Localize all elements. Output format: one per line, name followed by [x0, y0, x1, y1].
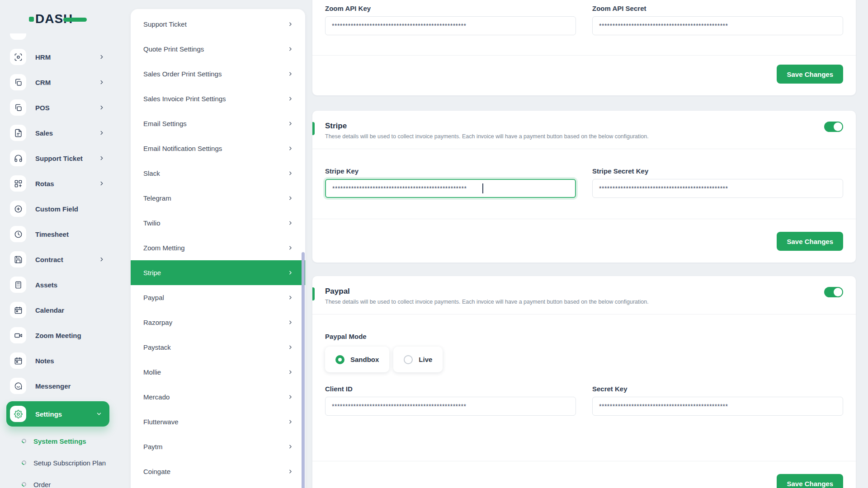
chevron-right-icon — [288, 369, 293, 375]
settings-nav-zoom-meeting[interactable]: Zoom Metting — [131, 235, 305, 260]
settings-nav-support-ticket[interactable]: Support Ticket — [131, 12, 305, 37]
save-changes-button[interactable]: Save Changes — [777, 474, 843, 488]
save-changes-button[interactable]: Save Changes — [777, 232, 843, 251]
sidebar-item-support-ticket[interactable]: Support Ticket — [6, 145, 117, 171]
sidebar-item-sales[interactable]: Sales — [6, 120, 117, 145]
chevron-right-icon — [288, 394, 293, 400]
sidebar-item-timesheet[interactable]: Timesheet — [6, 221, 117, 247]
chevron-right-icon — [288, 121, 293, 127]
chevron-right-icon — [99, 104, 105, 111]
settings-nav-skrill[interactable]: Skrill — [131, 484, 305, 488]
chevron-right-icon — [288, 444, 293, 450]
stripe-secret-key-input[interactable] — [592, 179, 843, 198]
sidebar-item-label: CRM — [35, 79, 51, 86]
sidebar-item-crm[interactable]: CRM — [6, 70, 117, 95]
brand-logo[interactable]: DASH — [29, 9, 117, 29]
sidebar-item-system-settings[interactable]: System Settings — [6, 430, 117, 452]
paypal-mode-live-option[interactable]: Live — [393, 347, 443, 372]
scan-icon — [10, 49, 26, 65]
paypal-secret-key-field: Secret Key — [592, 385, 843, 416]
sidebar-item-hrm[interactable]: HRM — [6, 44, 117, 70]
zoom-api-secret-input[interactable] — [592, 16, 843, 35]
accent-bar — [312, 122, 315, 135]
sidebar-item-pos[interactable]: POS — [6, 95, 117, 120]
main-sidebar: DASH HRM CRM POS — [0, 0, 117, 488]
sidebar-item-messenger[interactable]: Messenger — [6, 373, 117, 399]
plus-circle-icon — [10, 201, 26, 217]
settings-nav-quote-print-settings[interactable]: Quote Print Settings — [131, 37, 305, 61]
field-label: Zoom API Key — [325, 5, 576, 12]
bullet-icon — [21, 460, 27, 466]
sidebar-item-rotas[interactable]: Rotas — [6, 171, 117, 196]
sidebar-item-label: Settings — [35, 410, 62, 418]
save-changes-button[interactable]: Save Changes — [777, 65, 843, 84]
main-content: Zoom API Key Zoom API Secret Save Change… — [312, 0, 856, 488]
calendar-icon — [10, 302, 26, 318]
settings-nav-slack[interactable]: Slack — [131, 161, 305, 186]
calculator-icon — [10, 277, 26, 293]
bullet-icon — [21, 438, 27, 444]
chevron-right-icon — [288, 46, 293, 52]
settings-nav-paystack[interactable]: Paystack — [131, 335, 305, 360]
stripe-key-input[interactable] — [325, 179, 576, 198]
sidebar-item-contract[interactable]: Contract — [6, 247, 117, 272]
settings-nav-flutterwave[interactable]: Flutterwave — [131, 409, 305, 434]
text-cursor — [482, 183, 483, 193]
settings-nav-telegram[interactable]: Telegram — [131, 186, 305, 211]
paypal-enable-toggle[interactable] — [824, 287, 843, 297]
chevron-right-icon — [288, 220, 293, 226]
calendar-icon — [10, 352, 26, 369]
chevron-right-icon — [288, 96, 293, 102]
sidebar-item-zoom-meeting[interactable]: Zoom Meeting — [6, 323, 117, 348]
message-icon — [10, 378, 26, 394]
settings-nav-paytm[interactable]: Paytm — [131, 434, 305, 459]
sidebar-item-notes[interactable]: Notes — [6, 348, 117, 373]
stripe-enable-toggle[interactable] — [824, 122, 843, 132]
sidebar-item-label: Contract — [35, 256, 63, 263]
paypal-client-id-field: Client ID — [325, 385, 576, 416]
bullet-icon — [21, 481, 27, 488]
gear-icon — [10, 406, 26, 422]
chevron-right-icon — [99, 256, 105, 263]
settings-nav-sales-order-print-settings[interactable]: Sales Order Print Settings — [131, 61, 305, 86]
sidebar-item-custom-field[interactable]: Custom Field — [6, 196, 117, 221]
settings-nav-mercado[interactable]: Mercado — [131, 385, 305, 409]
toggle-knob — [834, 122, 842, 131]
stripe-settings-card: Stripe These details will be used to col… — [312, 111, 856, 263]
sidebar-item-order[interactable]: Order — [6, 474, 117, 488]
paypal-mode-sandbox-option[interactable]: Sandbox — [325, 347, 389, 372]
chevron-down-icon — [96, 411, 102, 417]
sidebar-item-label: Messenger — [35, 382, 71, 390]
sidebar-item-label: Rotas — [35, 180, 54, 188]
sidebar-item-setup-subscription-plan[interactable]: Setup Subscription Plan — [6, 452, 117, 474]
panel-scrollbar-thumb[interactable] — [302, 252, 305, 488]
sidebar-item-calendar[interactable]: Calendar — [6, 297, 117, 323]
chevron-right-icon — [288, 71, 293, 77]
logo-dot — [29, 17, 34, 22]
sidebar-item-label: Assets — [35, 281, 57, 289]
settings-nav-sales-invoice-print-settings[interactable]: Sales Invoice Print Settings — [131, 86, 305, 111]
sidebar-item-settings[interactable]: Settings — [6, 401, 109, 427]
zoom-api-key-input[interactable] — [325, 16, 576, 35]
settings-nav-razorpay[interactable]: Razorpay — [131, 310, 305, 335]
field-label: Stripe Secret Key — [592, 167, 843, 175]
paypal-settings-card: Paypal These details will be used to col… — [312, 276, 856, 488]
sidebar-item-label: POS — [35, 104, 50, 112]
paypal-secret-key-input[interactable] — [592, 397, 843, 416]
chevron-right-icon — [288, 295, 293, 300]
settings-nav-paypal[interactable]: Paypal — [131, 285, 305, 310]
settings-nav-email-settings[interactable]: Email Settings — [131, 111, 305, 136]
sidebar-item-assets[interactable]: Assets — [6, 272, 117, 297]
settings-nav-coingate[interactable]: Coingate — [131, 459, 305, 484]
stripe-secret-key-field: Stripe Secret Key — [592, 167, 843, 198]
clock-icon — [10, 226, 26, 242]
settings-nav-mollie[interactable]: Mollie — [131, 360, 305, 385]
paypal-mode-label: Paypal Mode — [325, 333, 843, 340]
settings-nav-email-notification-settings[interactable]: Email Notification Settings — [131, 136, 305, 161]
chevron-right-icon — [288, 319, 293, 325]
settings-nav-stripe[interactable]: Stripe — [131, 260, 305, 285]
settings-nav-twilio[interactable]: Twilio — [131, 211, 305, 235]
paypal-client-id-input[interactable] — [325, 397, 576, 416]
card-description: These details will be used to collect in… — [325, 299, 649, 305]
chevron-right-icon — [99, 54, 105, 60]
